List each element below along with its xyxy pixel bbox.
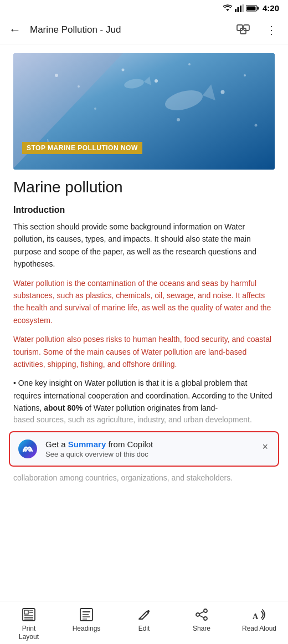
svg-rect-3 bbox=[240, 6, 241, 12]
svg-line-50 bbox=[199, 615, 204, 617]
mixed-text-suffix: of Water pollution originates from land- bbox=[85, 403, 218, 412]
hero-badge: STOP MARINE POLLUTION NOW bbox=[22, 142, 142, 154]
copilot-close-button[interactable]: × bbox=[260, 439, 270, 455]
svg-rect-7 bbox=[246, 6, 255, 10]
back-button[interactable]: ← bbox=[7, 21, 23, 39]
copilot-text-area: Get a Summary from Copilot See a quick o… bbox=[45, 439, 252, 458]
svg-point-47 bbox=[196, 613, 199, 616]
svg-point-22 bbox=[255, 124, 258, 127]
nav-bar: ← Marine Pollution - Jud ⋮ bbox=[0, 16, 288, 44]
copilot-subtitle: See a quick overview of this doc bbox=[45, 450, 252, 458]
svg-point-17 bbox=[188, 63, 191, 65]
faded-text-1: based sources, such as agriculture, indu… bbox=[13, 414, 275, 426]
svg-rect-8 bbox=[237, 25, 243, 30]
copilot-summary-link[interactable]: Summary bbox=[68, 439, 106, 449]
svg-point-15 bbox=[122, 69, 125, 71]
faded-text-2: collaboration among countries, organizat… bbox=[13, 472, 275, 484]
wifi-icon bbox=[223, 4, 233, 12]
more-options-icon[interactable]: ⋮ bbox=[261, 21, 281, 39]
copilot-banner[interactable]: Get a Summary from Copilot See a quick o… bbox=[9, 431, 279, 467]
status-bar: 4:20 bbox=[0, 0, 288, 16]
svg-point-19 bbox=[244, 74, 246, 76]
status-time: 4:20 bbox=[263, 3, 279, 13]
svg-point-46 bbox=[204, 609, 207, 612]
toolbar-read-aloud[interactable]: A Read Aloud bbox=[237, 607, 281, 633]
svg-rect-4 bbox=[242, 4, 244, 12]
share-icon bbox=[194, 607, 209, 622]
svg-rect-34 bbox=[24, 610, 28, 614]
svg-marker-0 bbox=[226, 9, 229, 11]
svg-point-18 bbox=[221, 90, 225, 94]
svg-rect-10 bbox=[244, 25, 249, 30]
status-icons bbox=[223, 4, 259, 12]
print-layout-label: PrintLayout bbox=[19, 625, 39, 642]
copilot-title: Get a Summary from Copilot bbox=[45, 439, 252, 449]
copilot-title-suffix: from Copilot bbox=[106, 439, 153, 449]
nav-title: Marine Pollution - Jud bbox=[30, 24, 225, 35]
toolbar-share[interactable]: Share bbox=[179, 607, 224, 633]
copilot-title-prefix: Get a bbox=[45, 439, 68, 449]
battery-icon bbox=[246, 5, 259, 12]
mixed-paragraph: • One key insight on Water pollution is … bbox=[13, 377, 275, 414]
svg-point-13 bbox=[55, 74, 58, 77]
edit-icon bbox=[136, 607, 152, 622]
headings-icon bbox=[79, 607, 94, 622]
toolbar-headings[interactable]: Headings bbox=[64, 607, 109, 633]
mixed-text-bold: about 80% bbox=[44, 403, 83, 412]
share-label: Share bbox=[193, 625, 210, 633]
headings-label: Headings bbox=[73, 625, 101, 633]
svg-point-21 bbox=[177, 118, 180, 121]
accent-paragraph-2: Water pollution also poses risks to huma… bbox=[13, 333, 275, 370]
svg-point-16 bbox=[155, 79, 158, 83]
content-area: STOP MARINE POLLUTION NOW Marine polluti… bbox=[0, 44, 288, 539]
svg-line-49 bbox=[199, 611, 204, 614]
svg-rect-9 bbox=[240, 28, 246, 34]
svg-rect-2 bbox=[237, 7, 239, 12]
svg-point-31 bbox=[24, 448, 27, 452]
read-aloud-icon: A bbox=[251, 607, 267, 622]
bottom-toolbar: PrintLayout Headings Edit Share bbox=[0, 601, 288, 644]
svg-point-48 bbox=[204, 617, 207, 620]
layers-icon[interactable] bbox=[232, 22, 255, 38]
signal-icon bbox=[235, 4, 244, 12]
svg-point-32 bbox=[28, 448, 32, 452]
svg-point-20 bbox=[94, 108, 96, 110]
svg-point-14 bbox=[78, 85, 80, 88]
intro-paragraph: This section should provide some backgro… bbox=[13, 221, 275, 270]
print-layout-icon bbox=[21, 607, 37, 622]
toolbar-edit[interactable]: Edit bbox=[122, 607, 166, 633]
toolbar-print-layout[interactable]: PrintLayout bbox=[7, 607, 51, 642]
section-heading: Introduction bbox=[13, 205, 275, 215]
accent-paragraph-1: Water pollution is the contamination of … bbox=[13, 277, 275, 327]
copilot-logo bbox=[18, 439, 38, 459]
svg-rect-6 bbox=[257, 7, 259, 9]
edit-label: Edit bbox=[138, 625, 150, 633]
svg-text:A: A bbox=[253, 612, 259, 621]
read-aloud-label: Read Aloud bbox=[242, 625, 276, 633]
svg-rect-1 bbox=[235, 9, 236, 12]
document-title: Marine pollution bbox=[13, 178, 275, 196]
hero-image: STOP MARINE POLLUTION NOW bbox=[13, 53, 275, 170]
